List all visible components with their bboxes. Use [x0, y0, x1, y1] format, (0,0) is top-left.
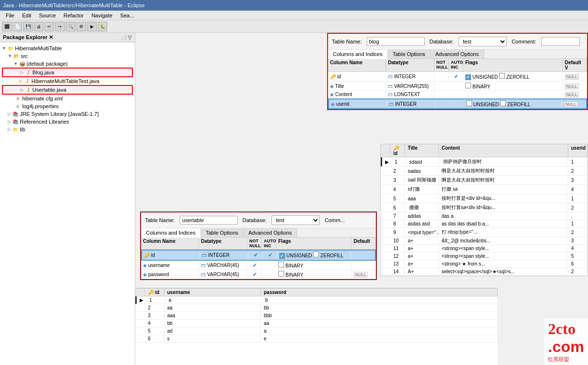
binary-checkbox[interactable] [465, 83, 471, 88]
blog-data-header: 🔑 id Title Content userid [381, 144, 588, 157]
user-unsigned-cb[interactable]: ✔ [279, 253, 285, 259]
tree-item-defpkg[interactable]: ▼ 📦 (default package) [2, 60, 133, 68]
null-badge: NULL [565, 74, 579, 80]
user-col-password-row[interactable]: ◆ password 🗃 VARCHAR(45) ✔ BINARY NULL [141, 270, 376, 279]
row-id: 11 [390, 245, 405, 252]
blog-col-title-name: ◆ Title [328, 83, 386, 90]
blog-data-row[interactable]: 8 asdas asd as das das dsad b:a... 1 [381, 220, 588, 228]
blog-data-row[interactable]: 5 aaa 按时打算是<div id=&qu... 1 [381, 194, 588, 203]
toolbar-btn-1[interactable]: ⬛ [2, 22, 12, 31]
blog-data-row[interactable]: 10 a+ &lt;_2@ include&nbs... 3 [381, 237, 588, 245]
blog-table-name-input[interactable] [367, 37, 425, 46]
blog-data-row[interactable]: 4 s打撒 打撒 sa 4 [381, 185, 588, 194]
toolbar-btn-3[interactable]: 💾 [23, 22, 33, 31]
unsigned-checkbox[interactable]: ✔ [465, 74, 471, 80]
col-icon-content: ◆ [330, 92, 334, 97]
toolbar-btn-debug[interactable]: 🐛 [98, 22, 107, 31]
tab-table-options-user[interactable]: Table Options [201, 228, 244, 237]
toolbar-btn-4[interactable]: 🖨 [34, 22, 43, 31]
blog-comment-input[interactable] [541, 37, 580, 46]
blog-data-row[interactable]: 11 a+ <strong><span style... 4 [381, 245, 588, 253]
user-zerofill-cb[interactable] [313, 252, 319, 257]
blog-data-row[interactable]: 7 addas das a . [381, 212, 588, 220]
user-col-id-row[interactable]: 🔑 id 🗃 INTEGER ✔ ✔ ✔ UNSIGNED ZEROFILL [141, 250, 376, 261]
blog-data-row[interactable]: ▶ 1 sdasd 倒萨倒萨撒旦按时 1 [381, 157, 588, 167]
tree-item-src[interactable]: ▼ 📂 src [2, 52, 133, 60]
row-title: sdasd [406, 158, 440, 166]
type-icon: 🗃 [388, 84, 393, 89]
menu-edit[interactable]: Edit [18, 13, 35, 18]
row-content: <strong> ★ from s... [439, 260, 568, 267]
tree-item-hmtt[interactable]: ▷ J HibernateMultiTableTest.java [2, 77, 133, 85]
toolbar-btn-8[interactable]: ⚙ [76, 22, 86, 31]
blog-data-row[interactable]: 6 撒撒 按时打算sa<div id=&qu... 2 [381, 203, 588, 212]
package-explorer-tree: ▼ 📁 HibernateMultiTable ▼ 📂 src ▼ 📦 (def… [0, 42, 135, 365]
user-rows: ▶ 1 a b 2 aa bb 3 aaa bbb 4 bb aa 5 ad a… [135, 296, 498, 343]
toolbar-btn-2[interactable]: 📄 [13, 22, 22, 31]
tree-item-lib[interactable]: ▷ 📁 lib [2, 126, 133, 133]
blog-data-row[interactable]: 12 a+ <strong><span style... 5 [381, 253, 588, 260]
blog-col-userid-notnull [435, 103, 450, 105]
user-row-username: aaa [164, 312, 261, 319]
blog-data-row[interactable]: 9 <input type="... 打 nbsp;type="... 2 [381, 228, 588, 237]
tab-columns-indices-blog[interactable]: Columns and Indices [328, 50, 388, 59]
user-data-row[interactable]: 5 ad a [135, 327, 498, 335]
tree-item-jrelib[interactable]: ▷ 📚 JRE System Library [JavaSE-1.7] [2, 110, 133, 118]
blog-data-row[interactable]: 14 A+ select<sql>space</sql>★<sql>s... 2 [381, 268, 588, 276]
blog-data-row[interactable]: 2 sadas 啊是大叔大叔按时时按时 2 [381, 167, 588, 176]
blog-database-select[interactable]: test [459, 37, 507, 46]
project-icon: 📁 [7, 45, 14, 52]
blog-header-marker [381, 144, 390, 157]
toolbar-btn-run[interactable]: ▶ [87, 22, 97, 31]
tab-columns-indices-user[interactable]: Columns and Indices [141, 228, 201, 238]
user-col-username-row[interactable]: ◆ username 🗃 VARCHAR(45) ✔ BINARY [141, 261, 376, 270]
panel-controls[interactable]: ⬜ ▽ [121, 35, 132, 40]
toolbar-btn-7[interactable]: 🔍 [66, 22, 75, 31]
blog-data-row[interactable]: 3 sad 阿斯顿撒 啊是大叔大叔按时时按时 3 [381, 176, 588, 185]
blog-data-row[interactable]: 13 a+ <strong> ★ from s... 6 [381, 260, 588, 268]
user-data-row[interactable]: 3 aaa bbb [135, 312, 498, 320]
toolbar-btn-6[interactable]: ↪ [55, 22, 65, 31]
toolbar-btn-5[interactable]: ↩ [44, 22, 54, 31]
tree-item-blog[interactable]: ▷ J Blog.java [2, 68, 133, 77]
blog-col-userid-row[interactable]: ◆ userid 🗃 INTEGER UNSIGNED ZEROFILL NUL… [328, 98, 587, 109]
zerofill-checkbox[interactable] [499, 73, 505, 79]
user-data-row[interactable]: ▶ 1 a b [135, 296, 498, 304]
tree-item-project[interactable]: ▼ 📁 HibernateMultiTable [2, 44, 133, 52]
user-data-row[interactable]: 4 bb aa [135, 320, 498, 327]
row-userid: 1 [568, 158, 588, 166]
tree-item-reflib[interactable]: ▷ 📚 Referenced Libraries [2, 118, 133, 126]
row-title: addas [405, 212, 439, 220]
password-binary-cb[interactable] [278, 271, 284, 277]
user-table-name-input[interactable] [180, 216, 238, 225]
blog-col-id-row[interactable]: 🔑 id 🗃 INTEGER ✔ ✔ UNSIGNED ZEROFILL NUL… [328, 72, 587, 82]
tree-item-hcfg[interactable]: ✕ hibernate.cfg.xml [2, 95, 133, 102]
user-database-select[interactable]: test [272, 215, 320, 225]
tree-item-usertable[interactable]: ▷ J Usertable.java [2, 85, 133, 95]
blog-col-title-row[interactable]: ◆ Title 🗃 VARCHAR(255) BINARY NULL [328, 82, 587, 91]
tab-table-options-blog[interactable]: Table Options [388, 50, 430, 58]
menu-navigate[interactable]: Navigate [87, 13, 116, 18]
zerofill-checkbox-userid[interactable] [500, 100, 506, 106]
tab-advanced-options-blog[interactable]: Advanced Options [430, 50, 484, 58]
window-title: Java - HibernateMultiTable/src/Hibernate… [3, 2, 144, 8]
row-userid: 2 [568, 204, 588, 211]
username-binary-cb[interactable] [278, 262, 284, 267]
user-row-password: b [262, 296, 498, 304]
blog-col-content-row[interactable]: ◆ Content 🗃 LONGTEXT NULL [328, 91, 587, 98]
package-explorer-header: Package Explorer ✕ ⬜ ▽ [0, 33, 135, 42]
user-row-username: s [164, 335, 261, 342]
menu-sea[interactable]: Sea... [116, 13, 138, 18]
row-id: 12 [390, 253, 405, 260]
menu-source[interactable]: Source [35, 13, 60, 18]
row-id: 10 [390, 237, 405, 244]
unsigned-checkbox-userid[interactable] [466, 100, 472, 106]
menu-file[interactable]: File [2, 13, 18, 18]
user-col-username-type: 🗃 VARCHAR(45) [199, 262, 247, 269]
tab-advanced-options-user[interactable]: Advanced Options [244, 228, 297, 237]
tree-item-log4j[interactable]: ≡ log4j.properties [2, 102, 133, 110]
user-data-row[interactable]: 6 s e [135, 335, 498, 343]
user-data-row[interactable]: 2 aa bb [135, 304, 498, 312]
menu-refactor[interactable]: Refactor [60, 13, 88, 18]
user-id-icon: 🔑 [148, 290, 154, 295]
